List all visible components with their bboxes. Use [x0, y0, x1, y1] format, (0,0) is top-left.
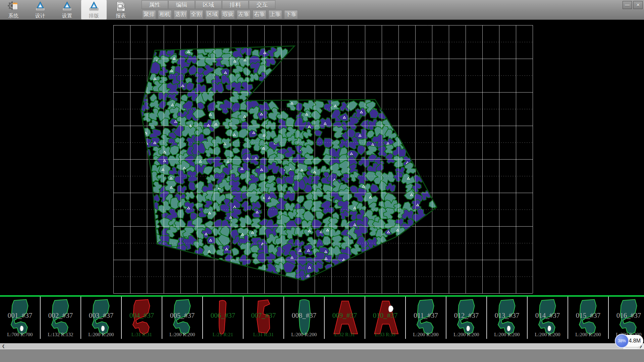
tool-cut-all[interactable]: 全割	[190, 10, 203, 19]
menu-interact[interactable]: 交互	[249, 0, 275, 9]
toolbar-button-label: 排版	[89, 13, 99, 19]
piece-shape	[329, 298, 361, 338]
big-button-group: 系统设计设置排版报表	[1, 0, 135, 19]
gear-icon	[8, 1, 19, 12]
piece-shape	[207, 298, 239, 338]
tool-align-left[interactable]: 左靠	[237, 10, 251, 19]
piece-thumbnail[interactable]: 004_#37L:31 R:31	[122, 297, 162, 339]
tool-defect[interactable]: 瑕疵	[221, 10, 235, 19]
piece-thumbnail[interactable]: 002_#37L:132 R:132	[41, 297, 81, 339]
tool-region[interactable]: 区域	[205, 10, 219, 19]
nesting-canvas[interactable]	[0, 19, 644, 295]
menu-nesting[interactable]: 排料	[222, 0, 249, 9]
piece-thumbnail[interactable]: 014_#37L:200 R:200	[528, 297, 568, 339]
piece-shape	[126, 298, 158, 338]
piece-thumbnail[interactable]: 009_#37L:32 R:31	[325, 297, 365, 339]
close-button[interactable]: ✕	[633, 1, 643, 9]
menu-region[interactable]: 区域	[195, 0, 222, 9]
piece-thumbnail[interactable]: 005_#37L:200 R:200	[162, 297, 203, 339]
scrollbar-thumb[interactable]	[7, 343, 623, 349]
piece-shape	[613, 298, 644, 338]
toolbar-button-system[interactable]: 系统	[1, 0, 26, 19]
piece-shape	[288, 298, 320, 338]
tool-align-bottom[interactable]: 下靠	[284, 10, 298, 19]
piece-thumbnail[interactable]: 010_#37L:33 R:33	[365, 297, 406, 339]
bottom-bar	[0, 349, 644, 362]
progress-badge[interactable]: 38%	[615, 334, 629, 348]
piece-shape	[85, 298, 117, 338]
piece-thumbnail[interactable]: 001_#37L:700 R:700	[0, 297, 41, 339]
menu-row-2: 聚排相机选割全割区域瑕疵左靠右靠上靠下靠	[142, 10, 300, 19]
report-icon	[115, 1, 126, 12]
toolbar-button-report[interactable]: 报表	[108, 0, 133, 19]
toolbar-button-design[interactable]: 设计	[28, 0, 53, 19]
piece-shape	[572, 298, 604, 338]
application-window: 系统设计设置排版报表 属性编辑区域排料交互 聚排相机选割全割区域瑕疵左靠右靠上靠…	[0, 0, 644, 362]
tool-cluster-nest[interactable]: 聚排	[142, 10, 156, 19]
menu-row-1: 属性编辑区域排料交互	[142, 0, 276, 9]
piece-shape	[4, 298, 36, 338]
piece-thumbnail[interactable]: 012_#37L:200 R:200	[446, 297, 487, 339]
piece-thumbnail-strip: 001_#37L:700 R:700002_#37L:132 R:132003_…	[0, 297, 644, 339]
piece-thumbnail[interactable]: 011_#37L:200 R:200	[406, 297, 446, 339]
scroll-left-arrow[interactable]: ❮	[0, 343, 7, 349]
piece-thumbnail[interactable]: 007_#37L:31 R:31	[244, 297, 284, 339]
piece-thumbnail[interactable]: 013_#37L:200 R:200	[487, 297, 528, 339]
toolbar-button-layout[interactable]: 排版	[81, 0, 107, 19]
toolbar-button-label: 报表	[116, 13, 126, 19]
piece-shape	[532, 298, 564, 338]
piece-thumbnail[interactable]: 008_#37L:200 R:200	[284, 297, 325, 339]
piece-thumbnail[interactable]: 003_#37L:200 R:200	[81, 297, 122, 339]
toolbar-button-label: 设计	[35, 13, 45, 19]
menu-properties[interactable]: 属性	[142, 0, 168, 9]
window-controls: — ✕	[623, 1, 643, 9]
tool-select-cut[interactable]: 选割	[174, 10, 187, 19]
set-square-icon	[35, 1, 46, 12]
set-square-icon	[61, 1, 73, 12]
piece-shape	[45, 298, 77, 338]
piece-shape	[410, 298, 442, 338]
tool-align-right[interactable]: 右靠	[253, 10, 266, 19]
toolbar-button-label: 设置	[62, 13, 72, 19]
horizontal-scrollbar[interactable]: ❮ ❯	[0, 343, 644, 349]
piece-thumbnail[interactable]: 015_#37L:200 R:200	[568, 297, 609, 339]
piece-shape	[248, 298, 280, 338]
piece-thumbnail[interactable]: 006_#37L:21 R:21	[203, 297, 244, 339]
piece-shape	[450, 298, 483, 338]
tool-camera[interactable]: 相机	[158, 10, 172, 19]
piece-shape	[369, 298, 401, 338]
piece-shape	[166, 298, 199, 338]
menu-edit[interactable]: 编辑	[168, 0, 195, 9]
piece-thumbnail[interactable]: 016_#37L:200 R:200	[609, 297, 644, 339]
toolbar-button-settings[interactable]: 设置	[54, 0, 80, 19]
minimize-button[interactable]: —	[623, 1, 632, 9]
toolbar-button-label: 系统	[8, 13, 18, 19]
set-square-icon	[88, 1, 100, 12]
piece-shape	[491, 298, 523, 338]
tool-align-top[interactable]: 上靠	[268, 10, 282, 19]
toolbar: 系统设计设置排版报表 属性编辑区域排料交互 聚排相机选割全割区域瑕疵左靠右靠上靠…	[0, 0, 644, 20]
